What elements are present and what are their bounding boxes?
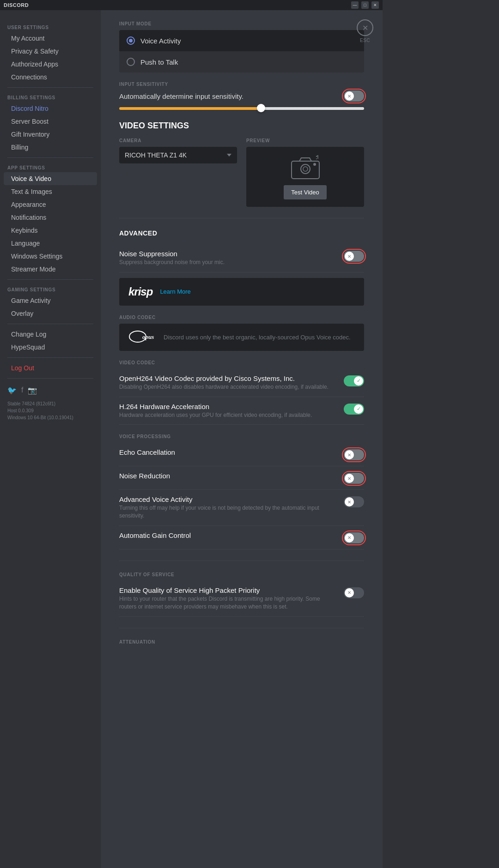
sidebar-item-notifications[interactable]: Notifications — [4, 211, 97, 224]
noise-suppression-toggle[interactable]: ✕ — [344, 251, 364, 262]
audio-codec-label: AUDIO CODEC — [119, 315, 364, 320]
advanced-voice-toggle[interactable]: ✕ — [344, 496, 364, 507]
sidebar-item-keybinds[interactable]: Keybinds — [4, 224, 97, 237]
sidebar-item-hypesquad[interactable]: HypeSquad — [4, 341, 97, 354]
camera-select[interactable]: RICOH THETA Z1 4K — [119, 147, 237, 163]
sidebar-item-streamer-mode[interactable]: Streamer Mode — [4, 263, 97, 276]
sidebar-item-privacy[interactable]: Privacy & Safety — [4, 45, 97, 58]
minimize-button[interactable]: — — [351, 1, 359, 9]
qos-toggle[interactable]: ✕ — [344, 587, 364, 598]
sidebar-divider-1 — [7, 87, 93, 88]
sidebar-item-text-images[interactable]: Text & Images — [4, 185, 97, 198]
openh264-toggle[interactable]: ✓ — [344, 375, 364, 386]
opus-desc: Discord uses only the best organic, loca… — [164, 334, 351, 341]
qos-section-label: QUALITY OF SERVICE — [119, 572, 364, 577]
instagram-icon[interactable]: 📷 — [28, 386, 37, 395]
esc-circle-icon: ✕ — [357, 19, 373, 36]
camera-col: CAMERA RICOH THETA Z1 4K — [119, 138, 237, 163]
voice-activity-option[interactable]: Voice Activity — [119, 30, 364, 51]
logout-label: Log Out — [11, 364, 34, 372]
sidebar-item-discord-nitro[interactable]: Discord Nitro — [4, 102, 97, 115]
toggle-knob-5: ✕ — [345, 450, 354, 459]
echo-cancellation-toggle[interactable]: ✕ — [344, 449, 364, 460]
automatic-gain-text: Automatic Gain Control — [119, 531, 344, 540]
sidebar-item-appearance[interactable]: Appearance — [4, 198, 97, 211]
toggle-check-icon-2: ✓ — [357, 406, 361, 412]
sensitivity-slider[interactable] — [119, 107, 364, 110]
automatic-gain-toggle[interactable]: ✕ — [344, 532, 364, 543]
opus-logo-svg: opus — [128, 330, 156, 343]
esc-button[interactable]: ✕ ESC — [357, 19, 373, 43]
noise-reduction-toggle-col: ✕ — [344, 472, 364, 484]
openh264-desc: Disabling OpenH264 also disables hardwar… — [119, 383, 336, 391]
krisp-learn-more-link[interactable]: Learn More — [160, 288, 190, 295]
openh264-row: OpenH264 Video Codec provided by Cisco S… — [119, 369, 364, 397]
titlebar: DISCORD — □ ✕ — [0, 0, 383, 10]
input-mode-section-label: INPUT MODE — [119, 21, 364, 26]
facebook-icon[interactable]: f — [21, 386, 23, 395]
auto-sensitivity-toggle[interactable]: ✕ — [344, 90, 364, 102]
sidebar-item-label: Language — [11, 240, 40, 247]
sidebar-divider-2 — [7, 157, 93, 158]
sidebar-item-label: My Account — [11, 35, 44, 42]
sidebar-item-change-log[interactable]: Change Log — [4, 328, 97, 341]
sidebar-item-server-boost[interactable]: Server Boost — [4, 115, 97, 128]
toggle-knob-9: ✕ — [345, 588, 354, 597]
auto-sensitivity-label: Automatically determine input sensitivit… — [119, 92, 243, 100]
camera-illustration — [289, 154, 322, 180]
qos-text: Enable Quality of Service High Packet Pr… — [119, 586, 344, 611]
sidebar-item-label: Windows Settings — [11, 253, 62, 260]
qos-title: Enable Quality of Service High Packet Pr… — [119, 586, 336, 594]
test-video-button[interactable]: Test Video — [284, 185, 326, 199]
sidebar-item-voice-video[interactable]: Voice & Video — [4, 172, 97, 185]
social-links: 🐦 f 📷 — [0, 382, 101, 398]
sidebar-item-connections[interactable]: Connections — [4, 71, 97, 84]
sidebar-item-billing[interactable]: Billing — [4, 141, 97, 154]
noise-suppression-title: Noise Suppression — [119, 250, 336, 258]
toggle-x-icon-5: ✕ — [347, 500, 351, 505]
noise-suppression-toggle-col: ✕ — [344, 250, 364, 262]
preview-col: PREVIEW Test Video — [246, 138, 364, 207]
h264-desc: Hardware acceleration uses your GPU for … — [119, 411, 336, 419]
sidebar-item-game-activity[interactable]: Game Activity — [4, 294, 97, 307]
sidebar-item-gift-inventory[interactable]: Gift Inventory — [4, 128, 97, 141]
sidebar-divider-5 — [7, 357, 93, 358]
app-title: DISCORD — [4, 2, 29, 8]
sidebar-item-label: Text & Images — [11, 188, 52, 195]
opus-logo: opus — [128, 330, 156, 344]
sidebar-item-label: Change Log — [11, 331, 46, 338]
logout-button[interactable]: Log Out — [4, 362, 97, 374]
h264-toggle[interactable]: ✓ — [344, 404, 364, 415]
toggle-x-icon-3: ✕ — [347, 452, 351, 458]
sidebar-item-windows-settings[interactable]: Windows Settings — [4, 250, 97, 263]
voice-activity-label: Voice Activity — [140, 37, 181, 45]
sidebar-item-label: Appearance — [11, 201, 46, 208]
toggle-x-icon-2: ✕ — [347, 254, 351, 259]
slider-thumb[interactable] — [257, 104, 265, 112]
svg-text:opus: opus — [142, 333, 154, 340]
preview-box: Test Video — [246, 147, 364, 207]
maximize-button[interactable]: □ — [361, 1, 369, 9]
sidebar-item-label: Overlay — [11, 310, 33, 317]
app-container: USER SETTINGS My Account Privacy & Safet… — [0, 10, 383, 868]
h264-toggle-col: ✓ — [344, 403, 364, 415]
billing-settings-label: BILLING SETTINGS — [0, 91, 101, 102]
sidebar-item-label: Keybinds — [11, 227, 38, 234]
version-info: Stable 74824 (812c6f1) Host 0.0.309 Wind… — [0, 398, 101, 423]
sidebar-divider-6 — [7, 378, 93, 379]
noise-reduction-toggle[interactable]: ✕ — [344, 473, 364, 484]
twitter-icon[interactable]: 🐦 — [7, 386, 17, 395]
sidebar-item-overlay[interactable]: Overlay — [4, 307, 97, 320]
input-mode-options: Voice Activity Push to Talk — [119, 30, 364, 72]
toggle-knob-2: ✕ — [345, 252, 354, 261]
close-button[interactable]: ✕ — [371, 1, 379, 9]
push-to-talk-option[interactable]: Push to Talk — [119, 51, 364, 72]
sidebar-item-my-account[interactable]: My Account — [4, 32, 97, 45]
sidebar-item-authorized-apps[interactable]: Authorized Apps — [4, 58, 97, 71]
sidebar-item-label: Gift Inventory — [11, 131, 49, 138]
app-settings-label: APP SETTINGS — [0, 162, 101, 172]
content-inner: ✕ ESC INPUT MODE Voice Activity Push to … — [101, 10, 383, 667]
openh264-text: OpenH264 Video Codec provided by Cisco S… — [119, 374, 344, 391]
toggle-knob-6: ✕ — [345, 474, 354, 483]
sidebar-item-language[interactable]: Language — [4, 237, 97, 250]
